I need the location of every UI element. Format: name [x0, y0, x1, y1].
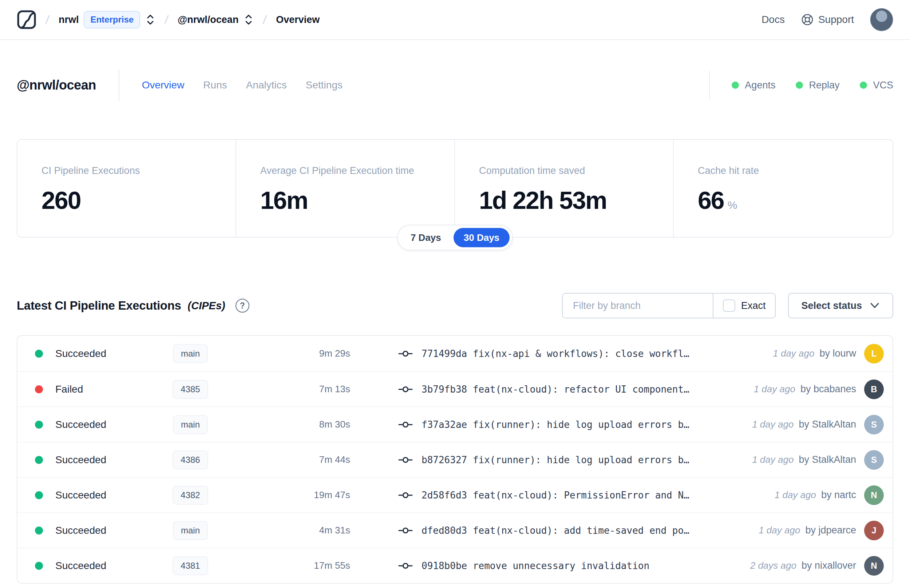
workspace-switcher-icon[interactable] [244, 13, 254, 26]
author-avatar[interactable]: S [864, 450, 884, 470]
status-dot-icon [35, 527, 43, 535]
org-switcher-icon[interactable] [145, 13, 155, 26]
enterprise-badge: Enterprise [84, 11, 140, 28]
commit-message[interactable]: 2d58f6d3 feat(nx-cloud): PermissionError… [422, 490, 689, 501]
branch-badge[interactable]: main [173, 415, 208, 434]
table-row[interactable]: Succeeded main 8m 30s f37a32ae fix(runne… [18, 406, 892, 442]
cipes-header: Latest CI Pipeline Executions (CIPEs) ? … [17, 293, 893, 318]
branch-badge[interactable]: 4382 [173, 486, 208, 505]
exact-checkbox[interactable] [723, 299, 735, 312]
duration-value: 19m 47s [221, 489, 360, 501]
branch-filter-input[interactable] [563, 294, 713, 318]
divider [709, 71, 710, 99]
indicator-replay[interactable]: Replay [796, 80, 839, 91]
select-status-dropdown[interactable]: Select status [788, 293, 893, 318]
commit-message[interactable]: 3b79fb38 feat(nx-cloud): refactor UI com… [422, 384, 689, 395]
status-label: Succeeded [55, 489, 106, 501]
commit-message[interactable]: f37a32ae fix(runner): hide log upload er… [422, 419, 689, 430]
page-title: @nrwl/ocean [17, 78, 96, 93]
branch-badge[interactable]: 4386 [173, 451, 208, 469]
status-dot-icon [35, 350, 43, 358]
branch-badge[interactable]: main [173, 344, 208, 363]
org-name[interactable]: nrwl [58, 14, 79, 26]
table-row[interactable]: Failed 4385 7m 13s 3b79fb38 feat(nx-clou… [18, 371, 892, 406]
indicator-agents[interactable]: Agents [732, 80, 775, 91]
branch-badge[interactable]: 4381 [173, 556, 208, 575]
status-label: Succeeded [55, 454, 106, 466]
stat-value: 16m [260, 186, 307, 214]
git-commit-icon [398, 525, 413, 536]
table-row[interactable]: Succeeded main 9m 29s 771499da fix(nx-ap… [18, 336, 892, 371]
duration-value: 4m 31s [221, 525, 360, 536]
branch-badge[interactable]: 4385 [173, 380, 208, 399]
table-row[interactable]: Succeeded 4382 19m 47s 2d58f6d3 feat(nx-… [18, 477, 892, 512]
stats-card: CI Pipeline Executions 260 Average CI Pi… [17, 139, 893, 237]
author-avatar[interactable]: J [864, 521, 884, 540]
date-range-toggle: 7 Days 30 Days [397, 225, 513, 251]
workspace-header: @nrwl/ocean Overview Runs Analytics Sett… [0, 68, 910, 102]
help-icon[interactable]: ? [236, 299, 249, 313]
branch-badge[interactable]: main [173, 521, 208, 540]
stat-ci-pipeline-executions: CI Pipeline Executions 260 [18, 140, 236, 237]
breadcrumb-workspace[interactable]: @nrwl/ocean [178, 13, 254, 26]
stat-computation-time-saved: Computation time saved 1d 22h 53m [455, 140, 674, 237]
user-avatar[interactable] [870, 8, 893, 31]
stat-label: Average CI Pipeline Execution time [260, 165, 430, 176]
time-ago: 1 day ago [774, 489, 816, 501]
commit-message[interactable]: b8726327 fix(runner): hide log upload er… [422, 454, 689, 465]
indicator-label: Agents [745, 80, 775, 91]
commit-message[interactable]: dfed80d3 feat(nx-cloud): add time-saved … [422, 525, 689, 536]
git-commit-icon [398, 455, 413, 465]
breadcrumb-org[interactable]: nrwl Enterprise [58, 11, 155, 28]
author-avatar[interactable]: B [864, 380, 884, 399]
tab-analytics[interactable]: Analytics [246, 79, 287, 91]
status-dot-icon [35, 421, 43, 429]
cipe-table: Succeeded main 9m 29s 771499da fix(nx-ap… [17, 335, 893, 584]
author-avatar[interactable]: S [864, 415, 884, 435]
status-dot-icon [35, 385, 43, 393]
duration-value: 17m 55s [221, 560, 360, 571]
docs-link[interactable]: Docs [761, 14, 785, 26]
tab-runs[interactable]: Runs [203, 79, 227, 91]
commit-message[interactable]: 771499da fix(nx-api & workflows): close … [422, 348, 689, 359]
status-dot-icon [35, 491, 43, 499]
green-dot-icon [860, 81, 867, 89]
indicator-vcs[interactable]: VCS [860, 80, 893, 91]
workspace-name[interactable]: @nrwl/ocean [178, 14, 238, 26]
stat-label: Computation time saved [479, 165, 649, 176]
table-row[interactable]: Succeeded main 4m 31s dfed80d3 feat(nx-c… [18, 512, 892, 548]
range-7-days[interactable]: 7 Days [401, 228, 451, 247]
duration-value: 8m 30s [221, 419, 360, 430]
nx-cloud-logo[interactable] [17, 10, 36, 29]
select-status-label: Select status [801, 300, 862, 312]
author-avatar[interactable]: N [864, 485, 884, 505]
author-avatar[interactable]: L [864, 344, 884, 363]
table-row[interactable]: Succeeded 4381 17m 55s 0918b0be remove u… [18, 548, 892, 583]
green-dot-icon [732, 81, 739, 89]
top-navbar: / nrwl Enterprise / @nrwl/ocean / Overvi… [0, 0, 910, 40]
stat-value: 1d 22h 53m [479, 186, 606, 214]
exact-label: Exact [741, 300, 766, 312]
range-30-days[interactable]: 30 Days [454, 228, 509, 247]
support-link[interactable]: Support [801, 13, 854, 26]
time-ago: 1 day ago [754, 383, 795, 395]
time-ago: 1 day ago [773, 348, 814, 359]
chevron-down-icon [869, 302, 880, 309]
lifebuoy-icon [801, 13, 814, 26]
indicator-label: Replay [809, 80, 839, 91]
author-avatar[interactable]: N [864, 556, 884, 576]
time-ago: 1 day ago [752, 454, 794, 465]
git-commit-icon [398, 420, 413, 430]
author-name: by nartc [821, 489, 856, 501]
stats-section: CI Pipeline Executions 260 Average CI Pi… [17, 139, 893, 237]
table-row[interactable]: Succeeded 4386 7m 44s b8726327 fix(runne… [18, 442, 892, 477]
breadcrumb-separator: / [262, 13, 268, 27]
tab-overview[interactable]: Overview [142, 79, 184, 91]
cipes-title: Latest CI Pipeline Executions [17, 299, 181, 313]
git-commit-icon [398, 490, 413, 500]
stat-label: CI Pipeline Executions [42, 165, 212, 176]
author-name: by nixallover [802, 560, 856, 571]
commit-message[interactable]: 0918b0be remove unnecessary invalidation [422, 561, 650, 571]
tab-settings[interactable]: Settings [306, 79, 343, 91]
status-label: Succeeded [55, 560, 106, 572]
